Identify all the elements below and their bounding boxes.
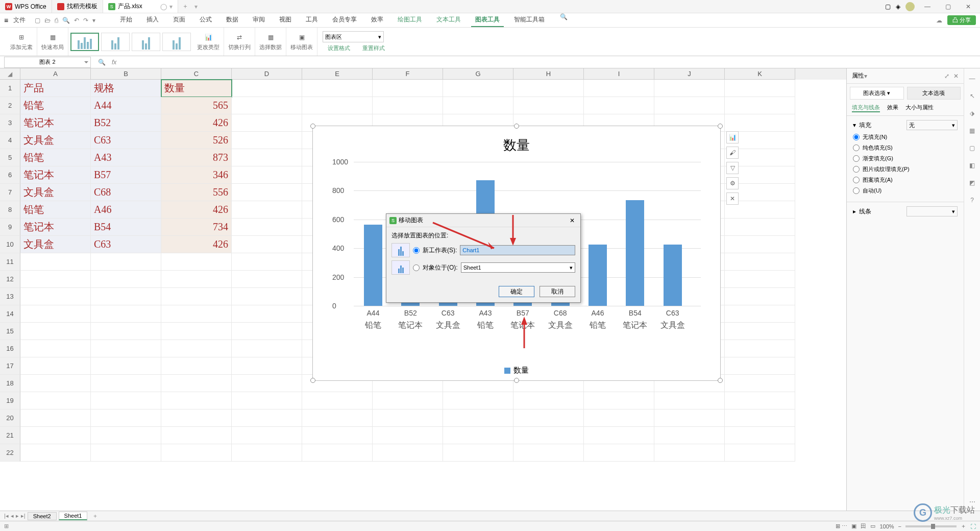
prev-sheet-icon[interactable]: ◂ bbox=[11, 513, 14, 519]
tab-view[interactable]: 视图 bbox=[275, 13, 296, 27]
close-icon[interactable]: ✕ bbox=[953, 73, 959, 80]
chart-filter-btn[interactable]: ▽ bbox=[726, 162, 739, 174]
layers-icon[interactable]: ◧ bbox=[967, 160, 977, 171]
chevron-down-icon[interactable]: ▾ bbox=[92, 17, 95, 24]
ribbon-select-data[interactable]: ▦ 选择数据 bbox=[255, 28, 286, 56]
new-sheet-radio[interactable] bbox=[413, 247, 420, 254]
subtab-fill[interactable]: 填充与线条 bbox=[852, 104, 880, 112]
last-sheet-icon[interactable]: ▸| bbox=[21, 513, 26, 519]
print-icon[interactable]: ⎙ bbox=[55, 17, 58, 24]
view-layout-icon[interactable]: 田 bbox=[861, 522, 866, 530]
undo-icon[interactable]: ↶ bbox=[74, 17, 79, 24]
tab-list-icon[interactable]: ▾ bbox=[192, 3, 200, 10]
mode-icon[interactable]: ⊞ bbox=[4, 523, 9, 529]
line-select[interactable]: ▾ bbox=[906, 206, 958, 216]
subtab-size[interactable]: 大小与属性 bbox=[905, 104, 934, 112]
new-icon[interactable]: ▢ bbox=[35, 17, 40, 24]
tab-formula[interactable]: 公式 bbox=[195, 13, 216, 27]
chart-legend[interactable]: 数量 bbox=[504, 366, 529, 375]
tab-page[interactable]: 页面 bbox=[169, 13, 189, 27]
cancel-button[interactable]: 取消 bbox=[540, 286, 575, 297]
tab-member[interactable]: 会员专享 bbox=[328, 13, 361, 27]
chart-style-gallery[interactable] bbox=[68, 33, 193, 51]
templates-icon[interactable]: ▢ bbox=[967, 143, 977, 153]
name-box[interactable]: 图表 2 bbox=[4, 57, 91, 68]
cloud-icon[interactable]: ☁ bbox=[936, 17, 942, 24]
next-sheet-icon[interactable]: ▸ bbox=[16, 513, 19, 519]
search-icon[interactable]: 🔍 bbox=[98, 59, 106, 66]
share-button[interactable]: 凸 分享 bbox=[947, 15, 976, 25]
subtab-effect[interactable]: 效果 bbox=[887, 104, 898, 112]
ribbon-move-chart[interactable]: ▣ 移动图表 bbox=[286, 28, 317, 56]
tab-efficiency[interactable]: 效率 bbox=[367, 13, 387, 27]
search-icon[interactable]: 🔍 bbox=[560, 13, 568, 27]
tab-wps-office[interactable]: W WPS Office bbox=[0, 0, 52, 13]
tab-smart[interactable]: 智能工具箱 bbox=[510, 13, 549, 27]
help-icon[interactable]: ? bbox=[967, 195, 977, 205]
close-button[interactable]: ✕ bbox=[961, 1, 976, 13]
fill-solid-radio[interactable]: 纯色填充(S) bbox=[853, 144, 958, 152]
tab-review[interactable]: 审阅 bbox=[249, 13, 269, 27]
maximize-button[interactable]: ▢ bbox=[940, 1, 955, 13]
tab-template[interactable]: 找稻壳模板 bbox=[52, 0, 103, 13]
first-sheet-icon[interactable]: |◂ bbox=[4, 513, 9, 519]
tab-product-xlsx[interactable]: S 产品.xlsx ◯ ▾ bbox=[103, 0, 178, 13]
view-read-icon[interactable]: ▭ bbox=[870, 523, 875, 529]
ribbon-add-element[interactable]: ⊞ 添加元素 bbox=[6, 28, 37, 56]
zoom-slider[interactable] bbox=[905, 525, 957, 527]
tab-insert[interactable]: 插入 bbox=[142, 13, 163, 27]
fill-select[interactable]: 无▾ bbox=[906, 120, 958, 130]
chart-style-1[interactable] bbox=[70, 33, 99, 51]
select-icon[interactable]: ↖ bbox=[967, 91, 977, 101]
chart-title[interactable]: 数量 bbox=[313, 126, 720, 154]
tab-drawing[interactable]: 绘图工具 bbox=[394, 13, 426, 27]
chart-element-btn[interactable]: 📊 bbox=[726, 131, 739, 143]
chart-brush-btn[interactable]: 🖌 bbox=[726, 147, 739, 159]
sheet-tab-sheet1[interactable]: Sheet1 bbox=[59, 512, 88, 520]
layout-icon[interactable]: ▢ bbox=[885, 3, 891, 10]
redo-icon[interactable]: ↷ bbox=[83, 17, 88, 24]
set-format-link[interactable]: 设置格式 bbox=[328, 44, 350, 52]
view-normal-icon[interactable]: ⊞ ⋯ bbox=[836, 523, 847, 529]
tab-start[interactable]: 开始 bbox=[116, 13, 136, 27]
object-radio[interactable] bbox=[413, 264, 420, 271]
fill-picture-radio[interactable]: 图片或纹理填充(P) bbox=[853, 165, 958, 173]
add-sheet-button[interactable]: ＋ bbox=[89, 512, 101, 520]
avatar-icon[interactable] bbox=[905, 2, 915, 11]
open-icon[interactable]: 🗁 bbox=[44, 17, 51, 24]
file-menu[interactable]: 文件 bbox=[10, 14, 29, 27]
tab-add-button[interactable]: ＋ bbox=[178, 2, 192, 11]
tab-menu-icon[interactable]: ◯ bbox=[160, 3, 167, 10]
pin-icon[interactable]: ⤢ bbox=[944, 73, 949, 80]
chart-area-select[interactable]: 图表区▾ bbox=[323, 31, 384, 42]
hamburger-icon[interactable]: ≡ bbox=[4, 16, 8, 25]
reset-style-link[interactable]: 重置样式 bbox=[362, 44, 385, 52]
fill-none-radio[interactable]: 无填充(N) bbox=[853, 133, 958, 141]
tab-chart[interactable]: 图表工具 bbox=[471, 13, 504, 27]
minimize-button[interactable]: — bbox=[920, 1, 935, 13]
gallery-icon[interactable]: ▦ bbox=[967, 126, 977, 136]
chart-style-3[interactable] bbox=[132, 33, 160, 51]
zoom-in-button[interactable]: ＋ bbox=[961, 522, 966, 530]
ribbon-quick-layout[interactable]: ▦ 快速布局 bbox=[37, 28, 68, 56]
preview-icon[interactable]: 🔍 bbox=[62, 17, 70, 24]
zoom-out-button[interactable]: − bbox=[898, 523, 901, 529]
fill-pattern-radio[interactable]: 图案填充(A) bbox=[853, 176, 958, 184]
tab-data[interactable]: 数据 bbox=[222, 13, 242, 27]
fullscreen-icon[interactable]: ⛶ bbox=[970, 523, 976, 529]
more-icon[interactable]: ◩ bbox=[967, 178, 977, 188]
collapse-icon[interactable]: — bbox=[967, 74, 977, 84]
dialog-close-button[interactable]: ✕ bbox=[567, 217, 577, 224]
chevron-down-icon[interactable]: ▾ bbox=[169, 3, 173, 10]
view-page-icon[interactable]: ▣ bbox=[851, 523, 856, 529]
ribbon-change-type[interactable]: 📊 更改类型 bbox=[193, 28, 224, 56]
prop-tab-chart[interactable]: 图表选项 ▾ bbox=[850, 87, 904, 100]
prop-tab-text[interactable]: 文本选项 bbox=[907, 87, 961, 100]
fill-gradient-radio[interactable]: 渐变填充(G) bbox=[853, 155, 958, 162]
cube-icon[interactable]: ◈ bbox=[896, 3, 900, 10]
object-select[interactable]: Sheet1▾ bbox=[461, 262, 575, 273]
sheet-tab-sheet2[interactable]: Sheet2 bbox=[28, 512, 57, 520]
tab-tools[interactable]: 工具 bbox=[302, 13, 322, 27]
ok-button[interactable]: 确定 bbox=[499, 286, 534, 297]
fill-auto-radio[interactable]: 自动(U) bbox=[853, 187, 958, 195]
